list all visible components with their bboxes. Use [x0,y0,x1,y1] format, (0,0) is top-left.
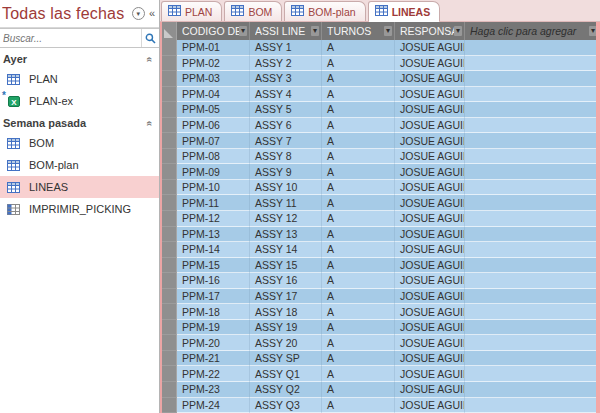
table-cell-add[interactable] [465,382,600,398]
table-cell[interactable]: A [322,273,395,289]
table-cell-add[interactable] [465,149,600,165]
table-cell[interactable]: A [322,211,395,227]
search-icon[interactable] [141,29,159,47]
table-cell[interactable]: PPM-21 [177,351,250,367]
table-cell[interactable]: PPM-19 [177,320,250,336]
table-cell[interactable]: JOSUE AGUILAI [395,71,465,87]
row-selector[interactable] [162,56,177,72]
column-header-codigo-de[interactable]: CODIGO DE▾ [177,22,250,40]
table-cell[interactable]: JOSUE AGUILAI [395,195,465,211]
table-cell[interactable]: A [322,304,395,320]
table-cell[interactable]: ASSY 8 [250,149,322,165]
table-cell[interactable]: ASSY 3 [250,71,322,87]
sidebar-item-plan[interactable]: PLAN [0,68,159,90]
table-cell[interactable]: ASSY Q1 [250,366,322,382]
table-cell[interactable]: A [322,335,395,351]
table-cell-add[interactable] [465,164,600,180]
table-cell[interactable]: A [322,118,395,134]
table-cell[interactable]: PPM-12 [177,211,250,227]
table-cell[interactable]: ASSY 12 [250,211,322,227]
row-selector[interactable] [162,164,177,180]
table-cell[interactable]: A [322,195,395,211]
row-selector[interactable] [162,211,177,227]
table-cell-add[interactable] [465,242,600,258]
table-cell[interactable]: A [322,56,395,72]
table-cell[interactable]: ASSY 17 [250,289,322,305]
row-selector[interactable] [162,227,177,243]
table-cell-add[interactable] [465,398,600,413]
table-cell[interactable]: JOSUE AGUILAI [395,133,465,149]
table-cell[interactable]: PPM-07 [177,133,250,149]
table-cell[interactable]: ASSY 15 [250,258,322,274]
table-cell-add[interactable] [465,335,600,351]
row-selector[interactable] [162,71,177,87]
column-header-responsab[interactable]: RESPONSAB▾ [395,22,465,40]
table-cell[interactable]: JOSUE AGUILAI [395,382,465,398]
table-cell[interactable]: JOSUE AGUILAI [395,304,465,320]
table-cell[interactable]: A [322,320,395,336]
table-cell[interactable]: PPM-06 [177,118,250,134]
table-cell-add[interactable] [465,87,600,103]
table-cell[interactable]: PPM-08 [177,149,250,165]
table-cell[interactable]: A [322,40,395,56]
row-selector[interactable] [162,366,177,382]
table-cell[interactable]: JOSUE AGUILAI [395,118,465,134]
table-cell[interactable]: JOSUE AGUILAI [395,366,465,382]
table-cell-add[interactable] [465,227,600,243]
table-cell[interactable]: A [322,149,395,165]
row-selector[interactable] [162,195,177,211]
table-cell[interactable]: PPM-24 [177,398,250,413]
collapse-group-icon[interactable]: « [145,56,156,62]
column-header-turnos[interactable]: TURNOS▾ [322,22,395,40]
table-cell[interactable]: A [322,180,395,196]
table-cell[interactable]: PPM-23 [177,382,250,398]
table-cell[interactable]: PPM-10 [177,180,250,196]
table-cell[interactable]: ASSY 4 [250,87,322,103]
table-cell[interactable]: ASSY 11 [250,195,322,211]
row-selector[interactable] [162,273,177,289]
table-cell[interactable]: JOSUE AGUILAI [395,102,465,118]
table-cell[interactable]: ASSY 6 [250,118,322,134]
table-cell[interactable]: PPM-17 [177,289,250,305]
table-cell[interactable]: PPM-15 [177,258,250,274]
table-cell[interactable]: A [322,382,395,398]
table-cell[interactable]: ASSY 19 [250,320,322,336]
table-cell-add[interactable] [465,180,600,196]
table-cell-add[interactable] [465,71,600,87]
filter-dropdown-icon[interactable]: ▾ [311,26,319,36]
row-selector[interactable] [162,258,177,274]
table-cell[interactable]: JOSUE AGUILAI [395,273,465,289]
table-cell[interactable]: JOSUE AGUILAI [395,40,465,56]
table-cell[interactable]: JOSUE AGUILAI [395,258,465,274]
collapse-group-icon[interactable]: « [145,120,156,126]
table-cell[interactable]: A [322,366,395,382]
table-cell[interactable]: PPM-09 [177,164,250,180]
table-cell-add[interactable] [465,289,600,305]
nav-group-header[interactable]: Ayer« [0,48,159,68]
table-cell[interactable]: ASSY Q3 [250,398,322,413]
sidebar-item-bom-plan[interactable]: BOM-plan [0,154,159,176]
table-cell[interactable]: JOSUE AGUILAI [395,211,465,227]
table-cell[interactable]: ASSY 10 [250,180,322,196]
table-cell-add[interactable] [465,211,600,227]
table-cell[interactable]: PPM-16 [177,273,250,289]
column-header-assi-line[interactable]: ASSI LINE▾ [250,22,322,40]
table-cell[interactable]: JOSUE AGUILAI [395,398,465,413]
row-selector[interactable] [162,133,177,149]
table-cell-add[interactable] [465,102,600,118]
row-selector[interactable] [162,118,177,134]
table-cell[interactable]: PPM-13 [177,227,250,243]
sidebar-item-imprimir_picking[interactable]: IMPRIMIR_PICKING [0,198,159,220]
sidebar-item-bom[interactable]: BOM [0,132,159,154]
row-selector[interactable] [162,149,177,165]
sidebar-item-plan-ex[interactable]: X*PLAN-ex [0,90,159,112]
table-cell[interactable]: JOSUE AGUILAI [395,351,465,367]
table-cell-add[interactable] [465,351,600,367]
table-cell[interactable]: ASSY 13 [250,227,322,243]
table-cell-add[interactable] [465,304,600,320]
table-cell[interactable]: JOSUE AGUILAI [395,289,465,305]
table-cell[interactable]: A [322,258,395,274]
table-cell[interactable]: JOSUE AGUILAI [395,56,465,72]
search-input[interactable] [0,33,141,44]
table-cell[interactable]: ASSY SP [250,351,322,367]
